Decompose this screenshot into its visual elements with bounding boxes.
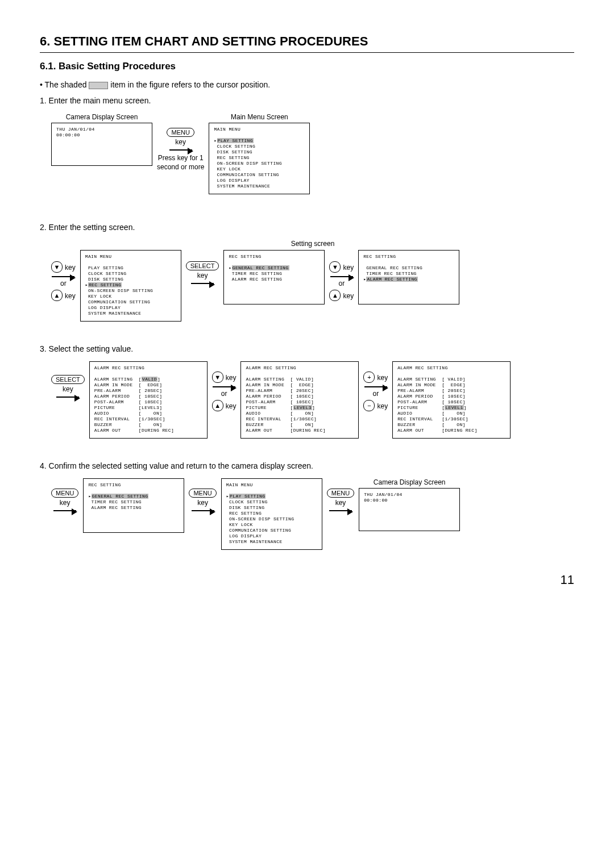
step-4-text: 4. Confirm the selected setting value an… <box>40 461 574 470</box>
section-heading: 6.1. Basic Setting Procedures <box>40 61 574 72</box>
step-2-text: 2. Enter the setting screen. <box>40 223 574 232</box>
step2-flow: Setting screen ▼key or ▲key MAIN MENU PL… <box>51 240 574 322</box>
main-menu-panel-1: MAIN MENU ▸PLAY SETTING CLOCK SETTING DI… <box>209 123 310 194</box>
alarm-panel-a: ALARM REC SETTING ALARM SETTING [VALID] … <box>89 361 208 439</box>
or-text: or <box>221 390 227 398</box>
arrow-right-icon <box>329 510 352 511</box>
down-key-icon[interactable]: ▼ <box>212 372 223 383</box>
step4-flow: MENU key REC SETTING ▸GENERAL REC SETTIN… <box>51 478 574 550</box>
or-text: or <box>372 390 379 398</box>
plus-key-icon[interactable]: + <box>363 372 375 383</box>
menu-button[interactable]: MENU <box>167 128 194 137</box>
main-menu-label: Main Menu Screen <box>231 113 288 121</box>
step-1-text: 1. Enter the main menu screen. <box>40 96 574 105</box>
arrow-right-icon <box>53 510 76 511</box>
arrow-right-icon <box>56 397 79 398</box>
select-button[interactable]: SELECT <box>51 375 85 384</box>
key-label: key <box>60 499 70 507</box>
arrow-right-icon <box>169 149 192 151</box>
menu-button[interactable]: MENU <box>327 489 354 498</box>
cursor-shade-icon <box>89 82 108 89</box>
minus-key-icon[interactable]: − <box>363 400 375 411</box>
rec-setting-panel-b: REC SETTING GENERAL REC SETTING TIMER RE… <box>358 250 459 304</box>
menu-button[interactable]: MENU <box>189 489 216 498</box>
rec-setting-panel-c: REC SETTING ▸GENERAL REC SETTING TIMER R… <box>83 478 184 533</box>
step3-flow: SELECT key ALARM REC SETTING ALARM SETTI… <box>51 361 574 439</box>
alarm-panel-c: ALARM REC SETTING ALARM SETTING [ VALID]… <box>392 361 511 439</box>
key-label: key <box>175 138 186 146</box>
arrow-right-icon <box>192 510 214 511</box>
page-number: 11 <box>40 573 574 587</box>
camera-screen-label: Camera Display Screen <box>66 113 138 121</box>
rec-setting-panel-a: REC SETTING ▸GENERAL REC SETTING TIMER R… <box>223 250 325 304</box>
select-button[interactable]: SELECT <box>186 261 219 270</box>
up-key-icon[interactable]: ▲ <box>212 400 223 411</box>
key-label: key <box>197 499 208 507</box>
camera-screen-label: Camera Display Screen <box>374 478 446 486</box>
up-key-icon[interactable]: ▲ <box>51 290 63 301</box>
arrow-right-icon <box>191 283 214 284</box>
key-label: key <box>63 385 73 393</box>
or-text: or <box>60 279 67 287</box>
press-note: Press key for 1 second or more <box>157 154 204 172</box>
step-3-text: 3. Select the setting value. <box>40 344 574 353</box>
camera-screen-panel: THU JAN/01/04 00:00:00 <box>359 488 460 531</box>
arrow-right-icon <box>330 276 353 277</box>
key-label: key <box>335 499 346 507</box>
camera-screen-panel: THU JAN/01/04 00:00:00 <box>51 123 152 166</box>
intro-before: • The shaded <box>40 80 89 89</box>
setting-screen-label: Setting screen <box>51 240 574 248</box>
main-menu-panel-2: MAIN MENU PLAY SETTING CLOCK SETTING DIS… <box>80 250 181 322</box>
down-key-icon[interactable]: ▼ <box>51 261 63 273</box>
key-label: key <box>197 272 208 279</box>
or-text: or <box>338 279 345 287</box>
arrow-right-icon <box>364 386 387 387</box>
alarm-panel-b: ALARM REC SETTING ALARM SETTING [ VALID]… <box>240 361 359 439</box>
heading-rule <box>40 52 574 53</box>
intro-line: • The shaded item in the figure refers t… <box>40 80 574 89</box>
arrow-right-icon <box>213 386 235 387</box>
down-key-icon[interactable]: ▼ <box>329 261 341 273</box>
intro-after: item in the figure refers to the cursor … <box>110 80 270 89</box>
arrow-right-icon <box>52 276 74 277</box>
page-title: 6. SETTING ITEM CHART AND SETTING PROCED… <box>40 34 574 49</box>
step1-flow: Camera Display Screen THU JAN/01/04 00:0… <box>51 113 574 194</box>
up-key-icon[interactable]: ▲ <box>329 290 341 301</box>
main-menu-panel-3: MAIN MENU ▸PLAY SETTING CLOCK SETTING DI… <box>221 478 322 550</box>
menu-button[interactable]: MENU <box>51 489 78 498</box>
